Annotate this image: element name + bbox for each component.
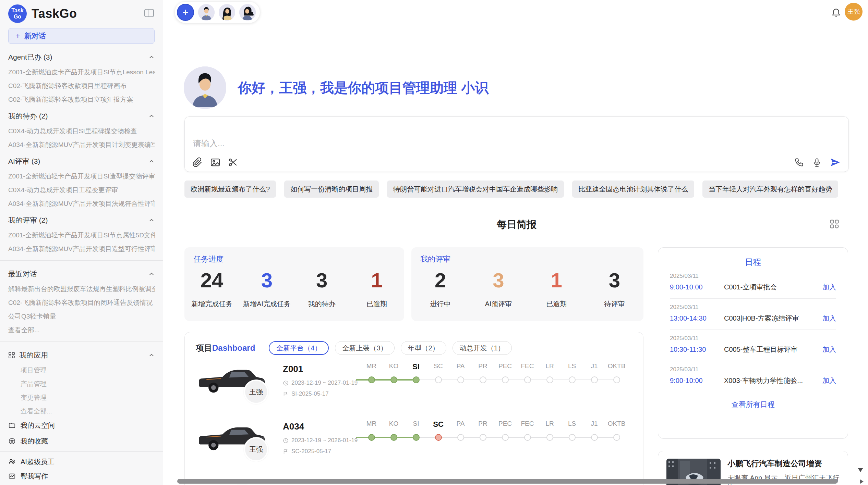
item-label: 我的云空间 bbox=[21, 421, 55, 430]
sidebar-item[interactable]: A034-全新新能源MUV产品开发项目计划变更表编写 bbox=[8, 140, 155, 148]
app-item-project-mgmt[interactable]: 项目管理 bbox=[21, 366, 155, 373]
schedule-title: 日程 bbox=[670, 257, 836, 268]
section-header-ai-review[interactable]: AI评审 (3) bbox=[8, 157, 155, 166]
filter-powertrain[interactable]: 动总开发（1） bbox=[453, 341, 512, 355]
project-row-z001[interactable]: 王强 Z001 2023-12-19 ~ 2027-01-19 SI-2025-… bbox=[185, 362, 643, 419]
dashboard-title: 项目Dashboard bbox=[196, 343, 255, 353]
sidebar-divider bbox=[0, 451, 163, 452]
join-link[interactable]: 加入 bbox=[822, 283, 836, 292]
section-header-my-review[interactable]: 我的评审 (2) bbox=[8, 216, 155, 225]
join-link[interactable]: 加入 bbox=[822, 345, 836, 354]
sidebar-item-cloud-space[interactable]: 我的云空间 bbox=[8, 421, 155, 430]
sidebar-item[interactable]: Z001-全新燃油轻卡产品开发项目SI造型提交物评审 bbox=[8, 172, 155, 179]
filter-all-new-platform[interactable]: 全新平台（4） bbox=[269, 341, 329, 355]
event-time: 9:00-10:00 bbox=[670, 283, 724, 291]
folder-icon bbox=[8, 422, 16, 429]
sidebar-item-help-me-write[interactable]: 帮我写作 bbox=[8, 471, 155, 481]
sidebar-item[interactable]: C02-飞腾新能源轻客改款项目立项汇报方案 bbox=[8, 95, 155, 103]
project-dashboard-card: 项目Dashboard 全新平台（4） 全新上装（3） 年型（2） 动总开发（1… bbox=[184, 332, 643, 485]
recent-chat-item[interactable]: 公司Q3轻卡销量 bbox=[8, 312, 155, 320]
clock-icon bbox=[283, 380, 289, 386]
section-title: 我的待办 (2) bbox=[8, 111, 48, 121]
app-item-change-mgmt[interactable]: 变更管理 bbox=[21, 393, 155, 401]
filter-model-year[interactable]: 年型（2） bbox=[401, 341, 446, 355]
project-dates: 2023-12-19 ~ 2027-01-19 bbox=[283, 380, 358, 386]
star-badge-icon bbox=[8, 437, 16, 445]
collapse-sidebar-icon[interactable] bbox=[144, 9, 154, 17]
add-agent-button[interactable]: + bbox=[177, 4, 194, 21]
dashboard-filters: 全新平台（4） 全新上装（3） 年型（2） 动总开发（1） bbox=[269, 341, 512, 355]
people-icon bbox=[8, 458, 16, 465]
sidebar-item[interactable]: C0X4-动力总成开发项目工程变更评审 bbox=[8, 186, 155, 193]
send-icon[interactable] bbox=[830, 157, 840, 167]
scissors-icon[interactable] bbox=[228, 157, 238, 167]
sidebar-divider bbox=[0, 341, 163, 342]
section-header-agent-done[interactable]: Agent已办 (3) bbox=[8, 53, 155, 62]
suggestion-chip[interactable]: 比亚迪全固态电池计划具体说了什么 bbox=[572, 181, 694, 198]
task-progress-card: 任务进度 24新增完成任务 3新增AI完成任务 3我的待办 1已逾期 bbox=[184, 247, 404, 321]
suggestion-chip[interactable]: 特朗普可能对进口汽车增税会对中国车企造成哪些影响 bbox=[387, 181, 564, 198]
sidebar-item-ai-super-staff[interactable]: AI超级员工 bbox=[8, 457, 155, 467]
suggestion-chips: 欧洲新规最近颁布了什么? 如何写一份清晰的项目周报 特朗普可能对进口汽车增税会对… bbox=[184, 181, 849, 198]
join-link[interactable]: 加入 bbox=[822, 376, 836, 385]
sidebar-item-favorites[interactable]: 我的收藏 bbox=[8, 436, 155, 446]
sidebar-item[interactable]: A034-全新新能源MUV产品开发项目法规符合性评审 bbox=[8, 199, 155, 207]
recent-chat-item[interactable]: C02-飞腾新能源轻客改款项目的闭环通告反馈情况 bbox=[8, 298, 155, 306]
recent-chat-item[interactable]: 解释最新出台的欧盟报废车法规再生塑料比例被调至15%... bbox=[8, 285, 155, 292]
apps-grid-icon bbox=[8, 352, 15, 359]
sidebar-item[interactable]: Z001-全新燃油轻卡产品开发项目SI节点属性5D文件评审 bbox=[8, 231, 155, 238]
event-time: 10:30-11:30 bbox=[670, 346, 724, 353]
agent-avatar-3[interactable] bbox=[239, 4, 256, 21]
event-title: X003-车辆动力学性能验... bbox=[724, 376, 822, 385]
scroll-right-arrow[interactable] bbox=[860, 479, 864, 484]
sidebar-item[interactable]: A034-全新新能源MUV产品开发项目造型可行性评审 bbox=[8, 245, 155, 252]
project-owner-avatar: 王强 bbox=[244, 437, 268, 462]
event-time: 13:00-14:30 bbox=[670, 314, 724, 322]
schedule-item: 2025/03/11 10:30-11:30 C005-整车工程目标评审 加入 bbox=[670, 330, 836, 361]
agent-avatar-2[interactable] bbox=[219, 4, 235, 21]
project-owner-avatar: 王强 bbox=[244, 380, 268, 404]
recent-view-all[interactable]: 查看全部... bbox=[8, 326, 155, 333]
section-header-recent-chats[interactable]: 最近对话 bbox=[8, 270, 155, 278]
apps-view-all[interactable]: 查看全部... bbox=[21, 407, 155, 414]
stat-new-ai-completed: 3新增AI完成任务 bbox=[239, 269, 294, 309]
sidebar-item[interactable]: C02-飞腾新能源轻客改款项目里程碑画布 bbox=[8, 82, 155, 89]
suggestion-chip[interactable]: 当下年轻人对汽车外观有怎样的喜好趋势 bbox=[702, 181, 838, 198]
app-logo: Task Go bbox=[8, 4, 27, 23]
chevron-up-icon bbox=[148, 271, 155, 277]
layout-grid-icon[interactable] bbox=[830, 219, 839, 229]
notifications-bell-icon[interactable] bbox=[831, 7, 841, 17]
chevron-up-icon bbox=[148, 352, 155, 358]
section-header-my-todo[interactable]: 我的待办 (2) bbox=[8, 112, 155, 121]
join-link[interactable]: 加入 bbox=[822, 314, 836, 323]
logo-text-line2: Go bbox=[14, 14, 21, 20]
stat-overdue: 1已逾期 bbox=[349, 269, 404, 309]
section-header-my-apps[interactable]: 我的应用 bbox=[8, 351, 155, 360]
sidebar-item[interactable]: Z001-全新燃油皮卡产品开发项目SI节点Lesson Learn报告 bbox=[8, 68, 155, 75]
filter-new-body[interactable]: 全新上装（3） bbox=[335, 341, 394, 355]
schedule-item: 2025/03/11 13:00-14:30 C003|H0B-方案冻结评审 加… bbox=[670, 299, 836, 330]
suggestion-chip[interactable]: 欧洲新规最近颁布了什么? bbox=[184, 181, 276, 198]
section-title: AI评审 (3) bbox=[8, 157, 40, 166]
phone-call-icon[interactable] bbox=[794, 158, 804, 167]
agent-avatar-1[interactable] bbox=[198, 4, 215, 21]
sidebar-item[interactable]: C0X4-动力总成开发项目SI里程碑提交物检查 bbox=[8, 127, 155, 134]
view-all-schedule-link[interactable]: 查看所有日程 bbox=[670, 400, 836, 409]
new-chat-button[interactable]: + 新对话 bbox=[8, 28, 155, 44]
app-item-product-mgmt[interactable]: 产品管理 bbox=[21, 380, 155, 387]
section-title: 我的应用 bbox=[19, 350, 48, 360]
item-label: AI超级员工 bbox=[21, 457, 55, 467]
schedule-item: 2025/03/11 9:00-10:00 X003-车辆动力学性能验... 加… bbox=[670, 361, 836, 392]
image-upload-icon[interactable] bbox=[210, 157, 220, 167]
attachment-icon[interactable] bbox=[192, 157, 203, 167]
project-row-a034[interactable]: 王强 A034 2023-12-19 ~ 2026-01-19 SC-2025-… bbox=[185, 419, 643, 477]
schedule-card: 日程 2025/03/11 9:00-10:00 C001-立项审批会 加入 2… bbox=[658, 247, 848, 439]
microphone-icon[interactable] bbox=[812, 158, 822, 167]
suggestion-chip[interactable]: 如何写一份清晰的项目周报 bbox=[284, 181, 379, 198]
horizontal-scrollbar[interactable] bbox=[177, 479, 838, 484]
scroll-down-arrow[interactable] bbox=[858, 468, 863, 472]
chat-input[interactable]: 请输入... bbox=[184, 116, 849, 172]
stat-new-completed: 24新增完成任务 bbox=[184, 269, 239, 309]
input-placeholder: 请输入... bbox=[193, 138, 225, 149]
user-avatar[interactable]: 王强 bbox=[845, 3, 863, 21]
